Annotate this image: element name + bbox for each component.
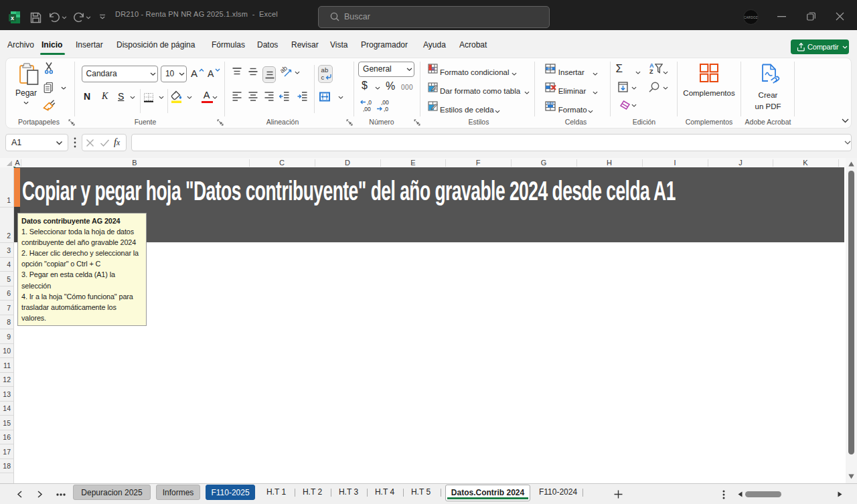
svg-text:,00: ,00 [381, 99, 389, 106]
svg-text:x: x [11, 15, 14, 21]
svg-text:,0: ,0 [367, 99, 372, 106]
svg-text:,0: ,0 [384, 106, 388, 112]
svg-text:,00: ,00 [363, 106, 371, 112]
